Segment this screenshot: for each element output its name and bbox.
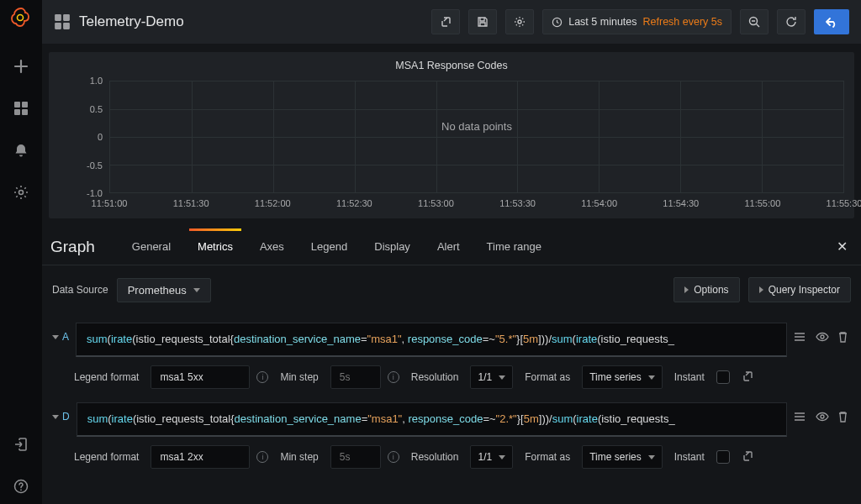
x-tick-label: 11:51:00	[92, 198, 128, 208]
legend-format-input[interactable]	[151, 445, 250, 469]
query-block: Asum(irate(istio_requests_total{destinat…	[52, 323, 851, 389]
svg-rect-8	[63, 14, 70, 21]
panel-editor: Graph GeneralMetricsAxesLegendDisplayAle…	[42, 228, 861, 469]
min-step-label: Min step	[280, 371, 318, 383]
svg-rect-9	[55, 23, 61, 29]
y-tick-label: -1.0	[87, 188, 103, 198]
resolution-select[interactable]: 1/1	[470, 365, 513, 389]
min-step-input[interactable]	[330, 445, 381, 469]
help-icon[interactable]	[12, 477, 30, 496]
external-link-icon[interactable]	[742, 370, 755, 384]
svg-point-5	[19, 191, 24, 195]
instant-label: Instant	[674, 451, 705, 463]
query-inspector-button[interactable]: Query Inspector	[748, 277, 851, 302]
chevron-down-icon	[499, 375, 505, 380]
alert-bell-icon[interactable]	[12, 141, 30, 160]
svg-rect-10	[63, 23, 70, 29]
query-letter: D	[62, 411, 70, 423]
back-button[interactable]	[814, 9, 849, 34]
query-delete-icon[interactable]	[837, 331, 851, 344]
tab-axes[interactable]: Axes	[246, 228, 298, 265]
legend-format-label: Legend format	[74, 451, 139, 463]
gear-icon[interactable]	[12, 183, 30, 202]
min-step-input[interactable]	[330, 365, 381, 389]
x-tick-label: 11:52:00	[255, 198, 291, 208]
info-icon[interactable]: i	[388, 451, 399, 463]
refresh-button[interactable]	[777, 9, 806, 34]
chevron-down-icon	[193, 288, 200, 292]
instant-checkbox[interactable]	[716, 370, 730, 384]
panel-type-title[interactable]: Graph	[47, 238, 103, 256]
query-expression-input[interactable]: sum(irate(istio_requests_total{destinati…	[77, 402, 787, 437]
chevron-down-icon	[52, 415, 59, 419]
zoom-out-button[interactable]	[740, 9, 769, 34]
chevron-down-icon	[648, 455, 655, 459]
y-tick-label: -0.5	[87, 160, 103, 171]
external-link-icon[interactable]	[742, 450, 755, 464]
chevron-down-icon	[648, 375, 655, 380]
legend-format-input[interactable]	[151, 365, 250, 389]
query-menu-icon[interactable]	[794, 411, 807, 424]
svg-rect-7	[55, 14, 61, 21]
clock-icon	[552, 17, 563, 28]
instant-checkbox[interactable]	[716, 450, 730, 464]
tab-metrics[interactable]: Metrics	[184, 228, 246, 265]
sidebar	[0, 0, 42, 504]
x-tick-label: 11:53:30	[499, 198, 536, 208]
query-options-button[interactable]: Options	[673, 277, 739, 302]
query-block: Dsum(irate(istio_requests_total{destinat…	[52, 402, 851, 469]
svg-point-15	[821, 415, 824, 418]
tab-general[interactable]: General	[119, 228, 184, 265]
query-toggle[interactable]: D	[52, 402, 70, 423]
datasource-select[interactable]: Prometheus	[117, 278, 211, 302]
legend-format-label: Legend format	[74, 371, 139, 383]
info-icon[interactable]: i	[256, 451, 268, 463]
format-as-label: Format as	[525, 371, 570, 383]
grafana-logo-icon[interactable]	[8, 5, 34, 30]
tab-alert[interactable]: Alert	[424, 228, 473, 265]
x-tick-label: 11:52:30	[336, 198, 372, 208]
resolution-label: Resolution	[411, 451, 459, 463]
chevron-right-icon	[684, 286, 689, 293]
share-button[interactable]	[431, 9, 460, 34]
format-as-label: Format as	[525, 451, 570, 463]
chart-title: MSA1 Response Codes	[49, 52, 854, 71]
query-toggle[interactable]: A	[52, 323, 69, 343]
format-as-select[interactable]: Time series	[582, 365, 663, 389]
dashboard-grid-icon[interactable]	[54, 13, 71, 30]
y-tick-label: 1.0	[90, 76, 103, 86]
chart-no-data-message: No data points	[441, 119, 512, 132]
x-tick-label: 11:55:00	[744, 198, 780, 208]
dashboard-title[interactable]: Telemetry-Demo	[79, 13, 184, 30]
info-icon[interactable]: i	[256, 371, 268, 383]
signin-icon[interactable]	[12, 435, 30, 454]
settings-button[interactable]	[505, 9, 534, 34]
save-button[interactable]	[468, 9, 497, 34]
x-tick-label: 11:54:30	[663, 198, 699, 208]
plus-icon[interactable]	[12, 57, 30, 76]
time-range-picker[interactable]: Last 5 minutes Refresh every 5s	[542, 9, 732, 34]
query-expression-input[interactable]: sum(irate(istio_requests_total{destinati…	[76, 323, 787, 357]
svg-point-0	[18, 15, 24, 21]
close-editor-button[interactable]: ✕	[828, 239, 856, 255]
dashboards-icon[interactable]	[12, 99, 30, 118]
resolution-label: Resolution	[411, 371, 459, 383]
y-tick-label: 0.5	[90, 104, 103, 114]
info-icon[interactable]: i	[388, 371, 399, 383]
query-delete-icon[interactable]	[837, 411, 851, 424]
datasource-label: Data Source	[52, 284, 108, 296]
format-as-select[interactable]: Time series	[582, 445, 663, 469]
resolution-select[interactable]: 1/1	[470, 445, 513, 469]
query-menu-icon[interactable]	[794, 331, 807, 344]
query-visibility-icon[interactable]	[816, 411, 829, 424]
tab-legend[interactable]: Legend	[298, 228, 361, 265]
svg-rect-2	[22, 102, 28, 108]
tab-time-range[interactable]: Time range	[473, 228, 555, 265]
query-visibility-icon[interactable]	[816, 331, 829, 344]
chevron-right-icon	[759, 286, 763, 293]
x-tick-label: 11:54:00	[581, 198, 617, 208]
svg-rect-1	[14, 102, 20, 108]
x-tick-label: 11:55:30	[827, 198, 861, 208]
svg-rect-3	[14, 109, 20, 115]
tab-display[interactable]: Display	[361, 228, 424, 265]
